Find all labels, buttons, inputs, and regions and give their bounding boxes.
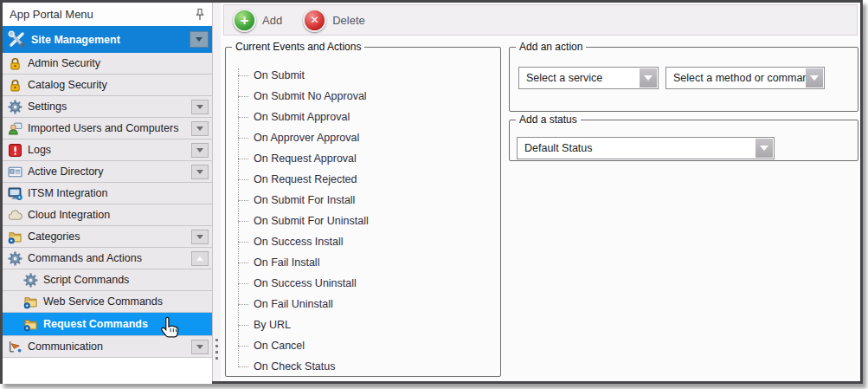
chevron-down-icon (810, 75, 819, 81)
sidebar-item-settings[interactable]: Settings (3, 96, 212, 118)
collapse-arrow-button[interactable] (191, 251, 209, 266)
plus-circle-icon: + (233, 9, 256, 32)
users-icon (8, 121, 23, 136)
lock-icon (8, 78, 23, 93)
add-action-groupbox: Add an action Select a service Select a … (509, 41, 858, 112)
tree-item-on-request-rejected[interactable]: On Request Rejected (236, 169, 495, 190)
expand-arrow-button[interactable] (191, 165, 209, 179)
tree-connector (238, 346, 248, 347)
sidebar-title-bar: App Portal Menu (3, 3, 212, 26)
tree-connector (238, 366, 248, 367)
navigation-sidebar: App Portal Menu Site Management Admin Se… (3, 3, 213, 381)
folder-gear-icon (8, 230, 23, 244)
id-card-icon (8, 165, 23, 179)
sidebar-item-commands-and-actions[interactable]: Commands and Actions (3, 248, 212, 269)
tree-item-on-approver-approval[interactable]: On Approver Approval (236, 127, 495, 148)
sidebar-item-admin-security[interactable]: Admin Security (3, 53, 212, 75)
dropdown-arrow-button[interactable] (755, 139, 773, 158)
tree-item-on-submit-approval[interactable]: On Submit Approval (236, 107, 495, 127)
expand-arrow-button[interactable] (191, 340, 209, 354)
expand-arrow-button[interactable] (191, 100, 209, 114)
collapse-arrow-button[interactable] (190, 31, 209, 48)
communication-icon (8, 340, 23, 354)
tree-item-on-submit-for-uninstall[interactable]: On Submit For Uninstall (236, 211, 495, 231)
tree-item-on-check-status[interactable]: On Check Status (236, 356, 495, 377)
tree-item-on-fail-install[interactable]: On Fail Install (236, 252, 495, 273)
sidebar-item-cloud-integration[interactable]: Cloud Integration (3, 204, 212, 226)
sidebar-empty-area (3, 358, 212, 384)
add-status-legend: Add a status (516, 113, 581, 126)
add-button[interactable]: + Add (233, 9, 294, 32)
tree-connector (238, 221, 248, 222)
tree-item-on-success-uninstall[interactable]: On Success Uninstall (236, 273, 495, 294)
monitor-gear-icon (8, 186, 23, 201)
tree-item-on-submit-no-approval[interactable]: On Submit No Approval (236, 86, 495, 107)
cloud-icon (8, 208, 23, 223)
folder-gear-icon (23, 295, 38, 309)
toolbar: + Add ✕ Delete (223, 4, 858, 36)
method-dropdown[interactable]: Select a method or command (665, 67, 825, 89)
sidebar-item-communication[interactable]: Communication (3, 336, 212, 358)
sidebar-item-categories[interactable]: Categories (3, 226, 212, 248)
sidebar-item-imported-users-and-computers[interactable]: Imported Users and Computers (3, 118, 212, 139)
sidebar-item-script-commands[interactable]: Script Commands (3, 269, 212, 291)
expand-arrow-button[interactable] (191, 143, 209, 158)
chevron-down-icon (196, 345, 203, 349)
status-dropdown[interactable]: Default Status (517, 137, 775, 159)
tree-item-on-cancel[interactable]: On Cancel (236, 335, 495, 356)
delete-button[interactable]: ✕ Delete (303, 9, 377, 32)
splitter-grip-icon[interactable] (215, 335, 218, 363)
tree-connector (238, 263, 248, 263)
lock-icon (8, 56, 23, 71)
sidebar-item-catalog-security[interactable]: Catalog Security (3, 75, 212, 96)
gear-icon (8, 100, 23, 114)
logs-alert-icon (8, 143, 23, 158)
tree-item-on-submit-for-install[interactable]: On Submit For Install (236, 190, 495, 211)
chevron-down-icon (196, 37, 203, 42)
chevron-down-icon (196, 235, 203, 239)
chevron-down-icon (196, 105, 203, 109)
add-action-legend: Add an action (516, 41, 586, 53)
tree-connector (238, 117, 248, 118)
sidebar-item-web-service-commands[interactable]: Web Service Commands (3, 291, 212, 313)
tree-connector (238, 304, 248, 305)
sidebar-item-site-management[interactable]: Site Management (3, 26, 212, 53)
dropdown-arrow-button[interactable] (806, 68, 823, 88)
dropdown-arrow-button[interactable] (640, 68, 657, 88)
sidebar-item-logs[interactable]: Logs (3, 139, 212, 161)
chevron-down-icon (196, 126, 203, 131)
chevron-down-icon (760, 146, 768, 151)
service-dropdown[interactable]: Select a service (518, 67, 659, 89)
tree-item-on-success-install[interactable]: On Success Install (236, 231, 495, 252)
app-window: App Portal Menu Site Management Admin Se… (0, 0, 863, 384)
pin-icon[interactable] (195, 8, 205, 22)
chevron-down-icon (196, 148, 203, 152)
expand-arrow-button[interactable] (191, 230, 209, 244)
current-events-legend: Current Events and Actions (232, 41, 364, 53)
main-content: + Add ✕ Delete Current Events and Action… (221, 3, 860, 381)
sidebar-item-itsm-integration[interactable]: ITSM Integration (3, 183, 212, 204)
gear-icon (8, 251, 23, 266)
gear-icon (23, 273, 38, 288)
tree-connector (238, 283, 248, 284)
sidebar-item-active-directory[interactable]: Active Directory (3, 161, 212, 183)
chevron-up-icon (196, 256, 203, 261)
tree-connector (238, 96, 248, 97)
tools-icon (8, 30, 26, 49)
add-status-groupbox: Add a status Default Status (509, 113, 858, 161)
tree-item-by-url[interactable]: By URL (236, 314, 495, 335)
expand-arrow-button[interactable] (191, 121, 209, 136)
tree-connector (238, 75, 248, 76)
sidebar-title: App Portal Menu (10, 8, 195, 21)
chevron-down-icon (644, 75, 653, 81)
x-circle-icon: ✕ (303, 9, 326, 32)
tree-connector (238, 138, 248, 139)
tree-item-on-fail-uninstall[interactable]: On Fail Uninstall (236, 294, 495, 314)
tree-item-on-submit[interactable]: On Submit (236, 65, 495, 86)
tree-connector (238, 179, 248, 180)
events-tree: On Submit On Submit No Approval On Submi… (236, 65, 495, 377)
tree-connector (238, 159, 248, 159)
tree-connector (238, 242, 248, 243)
sidebar-item-request-commands[interactable]: Request Commands (3, 313, 212, 336)
tree-item-on-request-approval[interactable]: On Request Approval (236, 148, 495, 169)
